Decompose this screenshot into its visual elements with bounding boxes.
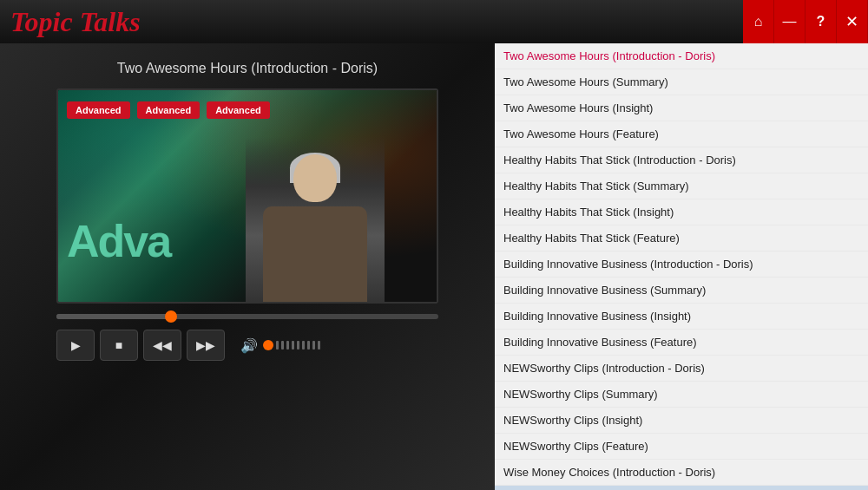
banner-chip-2: Advanced xyxy=(137,101,201,119)
home-button[interactable]: ⌂ xyxy=(743,0,774,43)
app-title: Topic Talks xyxy=(10,6,141,38)
playlist-item[interactable]: NEWSworthy Clips (Introduction - Doris) xyxy=(495,356,868,382)
volume-thumb[interactable] xyxy=(263,340,273,350)
minimize-button[interactable]: — xyxy=(774,0,806,43)
playlist-item[interactable]: NEWSworthy Clips (Feature) xyxy=(495,434,868,460)
playlist-item[interactable]: Wise Money Choices (Summary) xyxy=(495,486,868,490)
vol-tick-6 xyxy=(302,341,305,350)
playlist-item[interactable]: Building Innovative Business (Insight) xyxy=(495,304,868,330)
playlist-item[interactable]: Two Awesome Hours (Summary) xyxy=(495,69,868,95)
progress-thumb[interactable] xyxy=(165,310,177,323)
video-presenter xyxy=(246,137,385,302)
person-body xyxy=(263,206,367,302)
controls-row: ▶ ■ ◀◀ ▶▶ 🔊 xyxy=(56,330,438,361)
forward-button[interactable]: ▶▶ xyxy=(187,330,225,361)
playlist-item[interactable]: Two Awesome Hours (Introduction - Doris) xyxy=(495,43,868,69)
playlist-item[interactable]: NEWSworthy Clips (Summary) xyxy=(495,382,868,408)
rewind-button[interactable]: ◀◀ xyxy=(143,330,181,361)
vol-tick-3 xyxy=(286,341,289,350)
playlist-item[interactable]: Building Innovative Business (Introducti… xyxy=(495,252,868,278)
title-bar: Topic Talks ⌂ — ? ✕ xyxy=(0,0,868,43)
progress-track[interactable] xyxy=(56,314,438,319)
video-panel: Two Awesome Hours (Introduction - Doris)… xyxy=(0,43,495,490)
progress-container xyxy=(56,314,438,319)
video-background: Advanced Advanced Advanced Adva xyxy=(58,90,437,302)
vol-tick-1 xyxy=(276,341,279,350)
playlist-scroll[interactable]: Two Awesome Hours (Introduction - Doris)… xyxy=(495,43,868,490)
playlist-item[interactable]: NEWSworthy Clips (Insight) xyxy=(495,408,868,434)
volume-section: 🔊 xyxy=(240,337,320,354)
playlist-item[interactable]: Healthy Habits That Stick (Feature) xyxy=(495,225,868,252)
main-content: Two Awesome Hours (Introduction - Doris)… xyxy=(0,43,868,490)
vol-tick-4 xyxy=(292,341,294,350)
vol-tick-7 xyxy=(307,341,310,350)
progress-fill xyxy=(56,314,171,319)
playlist-item[interactable]: Wise Money Choices (Introduction - Doris… xyxy=(495,460,868,486)
person-head xyxy=(293,154,337,202)
playlist-item[interactable]: Building Innovative Business (Feature) xyxy=(495,330,868,356)
video-title: Two Awesome Hours (Introduction - Doris) xyxy=(26,61,469,76)
volume-track[interactable] xyxy=(263,340,320,350)
stop-button[interactable]: ■ xyxy=(100,330,138,361)
video-banner: Advanced Advanced Advanced xyxy=(58,90,437,129)
vol-tick-9 xyxy=(318,341,320,350)
playlist-item[interactable]: Healthy Habits That Stick (Introduction … xyxy=(495,147,868,173)
playlist-item[interactable]: Building Innovative Business (Summary) xyxy=(495,278,868,304)
video-text-overlay: Adva xyxy=(67,215,170,267)
play-button[interactable]: ▶ xyxy=(56,330,95,361)
playlist-panel: Two Awesome Hours (Introduction - Doris)… xyxy=(495,43,868,490)
banner-chip-1: Advanced xyxy=(67,101,130,119)
volume-icon[interactable]: 🔊 xyxy=(240,337,258,354)
close-button[interactable]: ✕ xyxy=(837,0,868,43)
playlist-item[interactable]: Two Awesome Hours (Insight) xyxy=(495,95,868,121)
playlist-item[interactable]: Healthy Habits That Stick (Summary) xyxy=(495,173,868,199)
vol-tick-5 xyxy=(297,341,299,350)
video-frame: Advanced Advanced Advanced Adva xyxy=(56,88,438,304)
vol-tick-8 xyxy=(312,341,315,350)
banner-chip-3: Advanced xyxy=(207,101,270,119)
help-button[interactable]: ? xyxy=(806,0,837,43)
vol-tick-2 xyxy=(281,341,284,350)
window-controls: ⌂ — ? ✕ xyxy=(743,0,868,43)
playlist-item[interactable]: Two Awesome Hours (Feature) xyxy=(495,121,868,147)
playlist-item[interactable]: Healthy Habits That Stick (Insight) xyxy=(495,199,868,225)
